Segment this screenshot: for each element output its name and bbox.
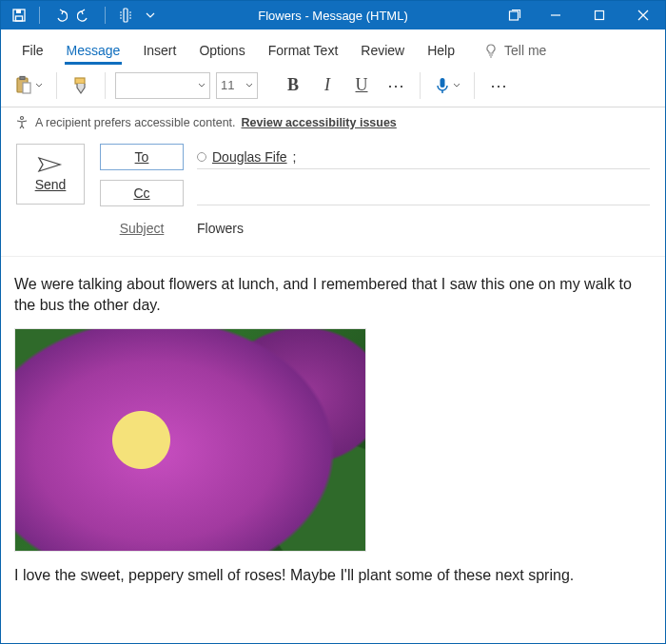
tab-file[interactable]: File xyxy=(10,35,55,64)
maximize-icon[interactable] xyxy=(578,1,621,29)
redo-icon[interactable] xyxy=(76,7,93,24)
svg-rect-3 xyxy=(124,9,127,22)
more-commands-button[interactable]: ⋯ xyxy=(484,71,513,100)
font-size-select[interactable]: 11 xyxy=(216,72,258,99)
lightbulb-icon xyxy=(483,43,499,58)
save-icon[interactable] xyxy=(10,7,28,24)
title-bar: Flowers - Message (HTML) xyxy=(1,1,665,29)
qat-dropdown-icon[interactable] xyxy=(142,7,159,24)
chevron-down-icon xyxy=(198,82,206,89)
subject-field[interactable]: Flowers xyxy=(197,216,650,241)
body-paragraph-2: I love the sweet, peppery smell of roses… xyxy=(14,565,652,586)
touch-mode-icon[interactable] xyxy=(117,7,134,24)
recipient-name: Douglas Fife xyxy=(212,149,287,165)
to-field[interactable]: Douglas Fife; xyxy=(197,145,650,169)
cc-field[interactable] xyxy=(197,181,650,205)
to-button[interactable]: To xyxy=(100,144,184,170)
send-button[interactable]: Send xyxy=(16,144,85,205)
ribbon-toolbar: 11 B I U ⋯ ⋯ xyxy=(1,64,665,107)
tab-review[interactable]: Review xyxy=(349,35,416,64)
ribbon-tabs: File Message Insert Options Format Text … xyxy=(1,29,665,64)
window-controls xyxy=(496,1,665,29)
tab-format-text[interactable]: Format Text xyxy=(257,35,350,64)
subject-label: Subject xyxy=(100,221,184,236)
accessibility-icon xyxy=(14,115,29,130)
chevron-down-icon xyxy=(245,82,253,89)
tab-help[interactable]: Help xyxy=(416,35,466,64)
popout-icon[interactable] xyxy=(496,1,534,29)
send-label: Send xyxy=(35,177,67,192)
body-paragraph-1: We were talking about flowers at lunch, … xyxy=(14,274,652,315)
compose-header: Send To Douglas Fife; Cc Subject Flowers xyxy=(1,136,665,257)
svg-rect-1 xyxy=(16,10,21,13)
close-icon[interactable] xyxy=(621,1,665,29)
svg-rect-2 xyxy=(16,16,23,21)
tell-me-search[interactable]: Tell me xyxy=(472,35,558,64)
accessibility-text: A recipient prefers accessible content. xyxy=(35,116,236,129)
more-formatting-button[interactable]: ⋯ xyxy=(382,71,410,100)
minimize-icon[interactable] xyxy=(534,1,578,29)
italic-button[interactable]: I xyxy=(313,71,342,100)
svg-rect-15 xyxy=(23,83,30,93)
undo-icon[interactable] xyxy=(51,7,69,24)
tab-insert[interactable]: Insert xyxy=(131,35,187,64)
svg-rect-10 xyxy=(510,11,519,20)
accessibility-bar: A recipient prefers accessible content. … xyxy=(1,107,665,136)
cc-label: Cc xyxy=(133,185,149,201)
format-painter-button[interactable] xyxy=(67,71,95,100)
message-body[interactable]: We were talking about flowers at lunch, … xyxy=(1,257,665,603)
accessibility-link[interactable]: Review accessibility issues xyxy=(242,116,397,129)
font-name-select[interactable] xyxy=(115,72,210,99)
bold-button[interactable]: B xyxy=(279,71,307,100)
recipient-chip[interactable]: Douglas Fife; xyxy=(197,149,296,165)
to-label: To xyxy=(135,149,149,165)
svg-rect-14 xyxy=(20,76,25,79)
tell-me-label: Tell me xyxy=(504,43,546,58)
quick-access-toolbar xyxy=(1,7,159,24)
svg-rect-12 xyxy=(596,11,604,20)
font-size-value: 11 xyxy=(221,78,234,92)
cc-button[interactable]: Cc xyxy=(100,180,184,206)
underline-button[interactable]: U xyxy=(347,71,376,100)
dictate-button[interactable] xyxy=(430,71,464,100)
tab-message[interactable]: Message xyxy=(55,35,132,64)
svg-point-19 xyxy=(21,117,24,120)
svg-rect-16 xyxy=(75,78,85,84)
paste-button[interactable] xyxy=(10,71,47,100)
flower-image[interactable] xyxy=(14,328,366,552)
tab-options[interactable]: Options xyxy=(187,35,256,64)
send-icon xyxy=(37,156,64,173)
presence-icon xyxy=(197,152,206,162)
svg-rect-17 xyxy=(441,78,445,88)
